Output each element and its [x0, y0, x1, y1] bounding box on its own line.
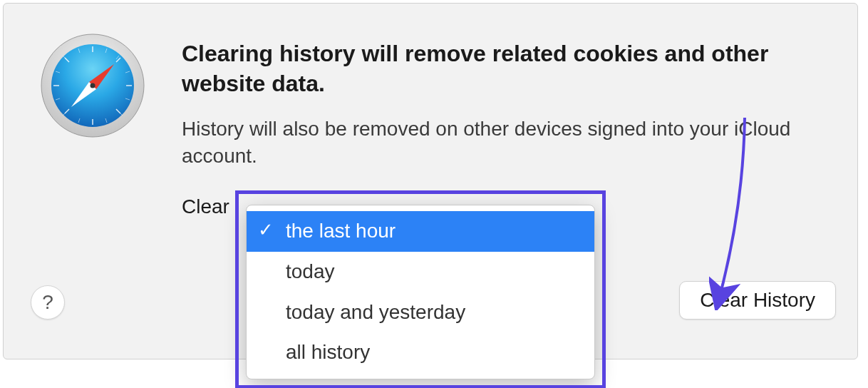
help-icon: ?: [42, 291, 53, 314]
dropdown-option-all-history[interactable]: all history: [247, 332, 594, 373]
dropdown-option-last-hour[interactable]: the last hour: [247, 211, 594, 252]
dropdown-option-today-yesterday[interactable]: today and yesterday: [247, 292, 594, 333]
clear-label: Clear: [182, 195, 229, 218]
svg-point-24: [91, 83, 95, 88]
time-range-dropdown[interactable]: the last hour today today and yesterday …: [235, 190, 595, 379]
dropdown-menu: the last hour today today and yesterday …: [246, 205, 595, 379]
dialog-title: Clearing history will remove related coo…: [182, 39, 822, 98]
help-button[interactable]: ?: [31, 285, 65, 320]
clear-history-dialog: Clearing history will remove related coo…: [3, 3, 858, 359]
dialog-description: History will also be removed on other de…: [182, 116, 822, 170]
clear-history-button[interactable]: Clear History: [679, 281, 836, 320]
safari-icon: [39, 32, 153, 146]
safari-compass-icon: [39, 32, 146, 139]
dropdown-option-today[interactable]: today: [247, 252, 594, 292]
